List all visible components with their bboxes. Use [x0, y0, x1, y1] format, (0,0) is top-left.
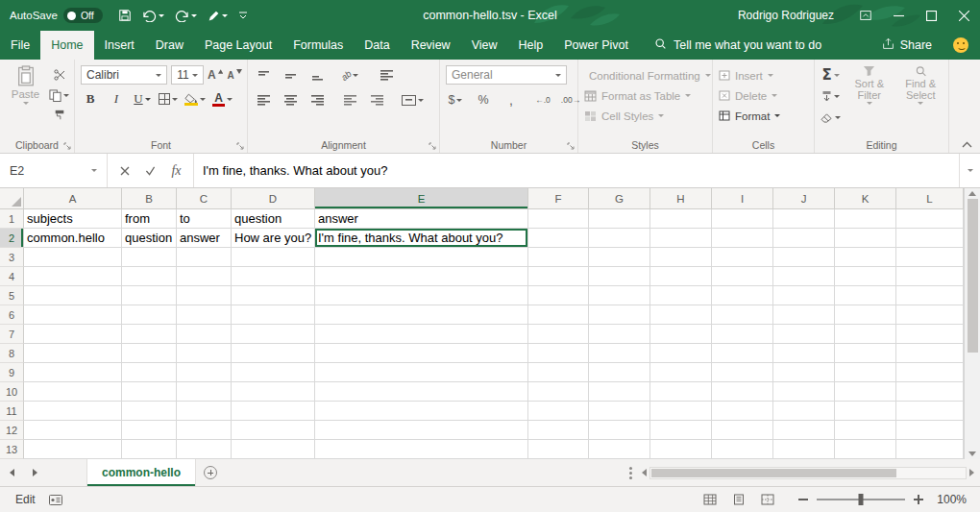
cell-B11[interactable]: [122, 402, 177, 421]
cell-A7[interactable]: [24, 325, 122, 344]
insert-cells-button[interactable]: Insert: [719, 65, 809, 85]
tab-power-pivot[interactable]: Power Pivot: [553, 31, 639, 60]
cell-L2[interactable]: [896, 229, 964, 248]
cell-J5[interactable]: [773, 286, 835, 305]
tab-home[interactable]: Home: [40, 31, 93, 60]
zoom-out-icon[interactable]: [798, 499, 808, 500]
tell-me-box[interactable]: Tell me what you want to do: [654, 31, 821, 60]
cell-H11[interactable]: [650, 402, 712, 421]
formula-input[interactable]: I'm fine, thanks. What about you?: [194, 154, 959, 187]
pen-icon[interactable]: [208, 10, 228, 22]
cell-J7[interactable]: [773, 325, 835, 344]
cell-G11[interactable]: [589, 402, 650, 421]
cell-B8[interactable]: [122, 344, 177, 363]
cell-C6[interactable]: [177, 305, 232, 325]
cell-B4[interactable]: [122, 267, 177, 286]
feedback-smiley-icon[interactable]: [953, 37, 968, 53]
fill-button[interactable]: [821, 86, 841, 106]
comma-format-button[interactable]: ,: [502, 90, 521, 110]
cell-E1[interactable]: answer: [315, 209, 528, 229]
cell-J13[interactable]: [773, 440, 835, 459]
zoom-in-icon[interactable]: [914, 495, 923, 504]
tab-help[interactable]: Help: [508, 31, 554, 60]
cell-B3[interactable]: [122, 248, 177, 267]
new-sheet-button[interactable]: [196, 459, 225, 486]
cell-L8[interactable]: [896, 344, 964, 363]
cell-K1[interactable]: [835, 209, 896, 229]
cell-C10[interactable]: [177, 382, 232, 402]
decrease-decimal-icon[interactable]: [561, 90, 580, 110]
cell-L1[interactable]: [896, 209, 964, 229]
cell-B13[interactable]: [122, 440, 177, 459]
cell-C13[interactable]: [177, 440, 232, 459]
cell-K8[interactable]: [835, 344, 896, 363]
cell-F4[interactable]: [528, 267, 589, 286]
cell-D13[interactable]: [232, 440, 315, 459]
format-painter-icon[interactable]: [49, 106, 69, 125]
merge-center-icon[interactable]: [402, 90, 424, 110]
bold-button[interactable]: B: [81, 89, 100, 109]
cell-H9[interactable]: [650, 363, 712, 382]
zoom-slider[interactable]: [817, 499, 905, 500]
cell-B2[interactable]: question: [122, 229, 177, 248]
align-center-icon[interactable]: [281, 90, 300, 110]
column-header-F[interactable]: F: [528, 188, 589, 209]
cell-B12[interactable]: [122, 421, 177, 440]
cell-I11[interactable]: [712, 402, 773, 421]
cell-G7[interactable]: [589, 325, 650, 344]
currency-format-button[interactable]: $: [446, 90, 465, 110]
tab-review[interactable]: Review: [401, 31, 461, 60]
align-bottom-icon[interactable]: [307, 65, 327, 85]
cell-L10[interactable]: [896, 382, 964, 402]
macro-record-icon[interactable]: [49, 495, 62, 505]
cell-A1[interactable]: subjects: [24, 209, 122, 229]
font-dialog-launcher-icon[interactable]: [236, 142, 244, 150]
cell-H5[interactable]: [650, 286, 712, 305]
cell-K5[interactable]: [835, 286, 896, 305]
horizontal-scrollbar-thumb[interactable]: [651, 469, 896, 477]
cell-J4[interactable]: [773, 267, 835, 286]
share-button[interactable]: Share: [882, 31, 932, 60]
vertical-scrollbar[interactable]: [964, 188, 980, 459]
scroll-left-icon[interactable]: [642, 469, 647, 476]
column-header-I[interactable]: I: [712, 188, 773, 209]
cell-J10[interactable]: [773, 382, 835, 402]
cell-H13[interactable]: [650, 440, 712, 459]
cell-J6[interactable]: [773, 305, 835, 325]
scroll-right-icon[interactable]: [969, 469, 974, 476]
cell-L13[interactable]: [896, 440, 964, 459]
cell-E13[interactable]: [315, 440, 528, 459]
cell-B6[interactable]: [122, 305, 177, 325]
align-top-icon[interactable]: [254, 65, 273, 85]
cell-D4[interactable]: [232, 267, 315, 286]
font-size-combo[interactable]: 11: [171, 65, 204, 85]
cell-J12[interactable]: [773, 421, 835, 440]
tab-draw[interactable]: Draw: [145, 31, 194, 60]
cell-K10[interactable]: [835, 382, 896, 402]
cell-G8[interactable]: [589, 344, 650, 363]
row-header-3[interactable]: 3: [0, 248, 24, 267]
cell-I2[interactable]: [712, 229, 773, 248]
cell-A4[interactable]: [24, 267, 122, 286]
cell-A3[interactable]: [24, 248, 122, 267]
cell-H4[interactable]: [650, 267, 712, 286]
cell-C3[interactable]: [177, 248, 232, 267]
cell-D12[interactable]: [232, 421, 315, 440]
percent-format-button[interactable]: %: [474, 90, 493, 110]
cell-B5[interactable]: [122, 286, 177, 305]
row-header-7[interactable]: 7: [0, 325, 24, 344]
cell-D5[interactable]: [232, 286, 315, 305]
enter-icon[interactable]: [137, 166, 163, 176]
cell-K12[interactable]: [835, 421, 896, 440]
cell-I3[interactable]: [712, 248, 773, 267]
cell-L12[interactable]: [896, 421, 964, 440]
cell-L9[interactable]: [896, 363, 964, 382]
tab-page-layout[interactable]: Page Layout: [194, 31, 282, 60]
cell-A5[interactable]: [24, 286, 122, 305]
cell-E2[interactable]: I'm fine, thanks. What about you?: [315, 229, 528, 248]
sheet-tab-common-hello[interactable]: common-hello: [86, 459, 196, 486]
cell-I9[interactable]: [712, 363, 773, 382]
cell-C8[interactable]: [177, 344, 232, 363]
row-header-5[interactable]: 5: [0, 286, 24, 305]
cell-E8[interactable]: [315, 344, 528, 363]
